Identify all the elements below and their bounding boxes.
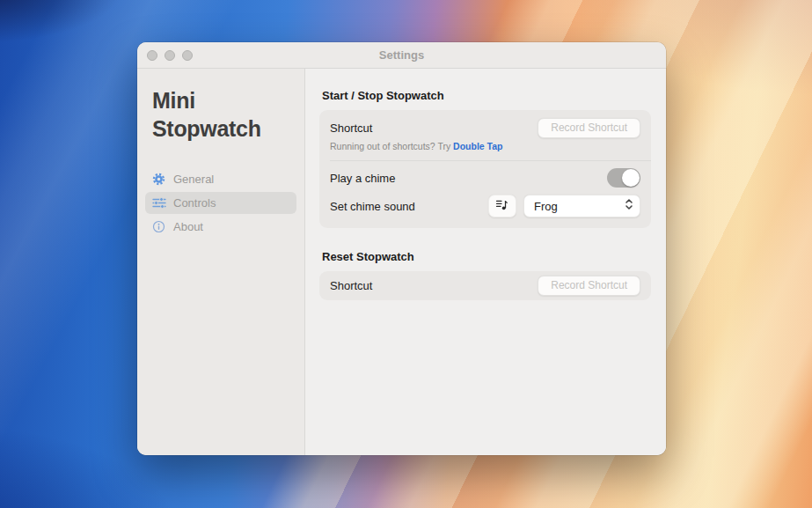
chime-sound-row: Set chime sound: [319, 195, 651, 228]
reset-shortcut-label: Shortcut: [330, 279, 372, 292]
settings-window: Settings Mini Stopwatch: [137, 42, 666, 455]
desktop-wallpaper: Settings Mini Stopwatch: [0, 0, 812, 508]
traffic-lights: [147, 50, 193, 61]
sidebar-nav: General: [137, 168, 304, 238]
section-heading-reset: Reset Stopwatch: [322, 250, 651, 263]
minimize-button[interactable]: [165, 50, 175, 61]
settings-content: Start / Stop Stopwatch Shortcut Record S…: [305, 69, 666, 455]
sliders-icon: [151, 197, 166, 209]
record-shortcut-button[interactable]: Record Shortcut: [538, 118, 640, 138]
hint-text: Running out of shortcuts? Try: [330, 141, 453, 151]
chime-sound-value: Frog: [534, 200, 558, 213]
music-note-list-icon: [495, 199, 509, 213]
titlebar[interactable]: Settings: [137, 42, 666, 69]
reset-record-shortcut-button[interactable]: Record Shortcut: [538, 276, 640, 296]
reset-card: Shortcut Record Shortcut: [319, 271, 651, 300]
gear-icon: [151, 173, 166, 186]
chime-sound-label: Set chime sound: [330, 200, 415, 213]
shortcut-label: Shortcut: [330, 121, 372, 135]
sidebar: Mini Stopwatch General: [137, 69, 305, 455]
sidebar-item-general[interactable]: General: [145, 168, 296, 190]
sidebar-item-about[interactable]: About: [145, 216, 296, 238]
toggle-knob: [622, 169, 640, 187]
app-title: Mini Stopwatch: [152, 87, 284, 143]
play-chime-label: Play a chime: [330, 172, 395, 185]
info-icon: [151, 220, 166, 233]
section-heading-start-stop: Start / Stop Stopwatch: [322, 89, 651, 102]
sidebar-item-label: General: [173, 173, 214, 186]
shortcut-hint: Running out of shortcuts? Try Double Tap: [319, 138, 651, 160]
start-stop-card: Shortcut Record Shortcut Running out of …: [319, 110, 651, 228]
chime-sound-select[interactable]: Frog: [523, 195, 640, 217]
shortcut-row: Shortcut Record Shortcut: [319, 110, 651, 138]
chevron-up-down-icon: [625, 197, 633, 215]
window-title: Settings: [137, 48, 666, 62]
play-chime-row: Play a chime: [319, 161, 651, 195]
zoom-button[interactable]: [182, 50, 193, 61]
preview-sound-button[interactable]: [488, 195, 516, 217]
double-tap-link[interactable]: Double Tap: [453, 141, 502, 151]
sidebar-item-label: About: [173, 220, 203, 233]
sidebar-item-label: Controls: [173, 196, 216, 210]
play-chime-toggle[interactable]: [607, 168, 640, 188]
close-button[interactable]: [147, 50, 157, 61]
sidebar-item-controls[interactable]: Controls: [145, 192, 296, 214]
reset-shortcut-row: Shortcut Record Shortcut: [319, 271, 651, 300]
